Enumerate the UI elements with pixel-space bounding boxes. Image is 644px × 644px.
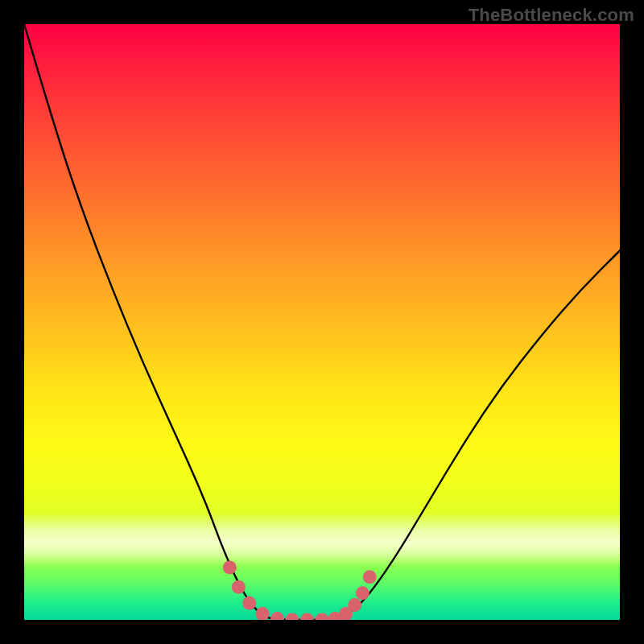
highlight-dot <box>286 613 299 621</box>
highlight-dot <box>232 580 246 594</box>
highlight-dot <box>348 598 361 612</box>
highlight-dot <box>270 612 284 620</box>
highlight-dots <box>223 560 377 620</box>
curve-path <box>24 24 620 620</box>
watermark-label: TheBottleneck.com <box>469 5 634 26</box>
highlight-dot <box>356 586 369 600</box>
highlight-dot <box>300 613 314 621</box>
bottleneck-curve <box>24 24 620 620</box>
plot-area <box>24 24 620 620</box>
chart-svg <box>24 24 620 620</box>
highlight-dot <box>242 597 256 610</box>
highlight-dot <box>256 607 270 620</box>
highlight-dot <box>223 560 237 574</box>
highlight-dot <box>363 570 377 584</box>
chart-frame: TheBottleneck.com <box>0 0 644 644</box>
highlight-dot <box>316 613 329 621</box>
